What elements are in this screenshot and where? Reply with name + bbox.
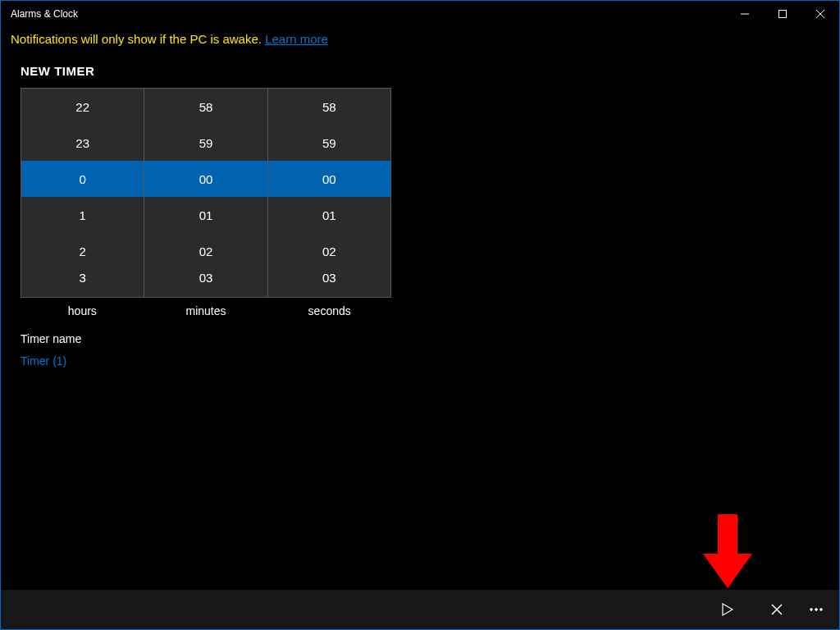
cancel-button[interactable] xyxy=(757,590,797,629)
picker-item[interactable]: 1 xyxy=(21,197,144,233)
maximize-button[interactable] xyxy=(764,1,801,27)
picker-item[interactable]: 59 xyxy=(144,125,267,161)
time-picker[interactable]: 22 23 0 1 2 3 58 59 00 01 02 03 58 59 00… xyxy=(21,88,391,298)
window-title: Alarms & Clock xyxy=(11,8,78,20)
picker-item-selected[interactable]: 00 xyxy=(144,161,267,197)
play-icon xyxy=(722,603,733,616)
window-controls xyxy=(726,1,839,27)
close-icon xyxy=(816,10,824,18)
picker-item[interactable]: 22 xyxy=(21,89,144,125)
picker-item-selected[interactable]: 00 xyxy=(268,161,390,197)
picker-item[interactable]: 02 xyxy=(268,233,390,269)
svg-point-8 xyxy=(815,609,818,611)
picker-item[interactable]: 58 xyxy=(268,89,390,125)
timer-name-group: Timer name xyxy=(21,332,819,368)
notification-text: Notifications will only show if the PC i… xyxy=(11,32,265,46)
seconds-label: seconds xyxy=(267,304,391,317)
hours-label: hours xyxy=(21,304,144,317)
notification-bar: Notifications will only show if the PC i… xyxy=(1,27,839,54)
annotation-arrow-icon xyxy=(703,514,752,588)
section-title: NEW TIMER xyxy=(21,64,819,78)
maximize-icon xyxy=(778,10,787,18)
svg-point-9 xyxy=(820,609,823,611)
more-icon xyxy=(810,608,823,611)
minimize-icon xyxy=(741,10,749,18)
timer-name-input[interactable] xyxy=(21,354,267,368)
minutes-column[interactable]: 58 59 00 01 02 03 xyxy=(144,89,267,297)
minutes-label: minutes xyxy=(144,304,268,317)
play-button[interactable] xyxy=(708,590,747,629)
picker-item[interactable]: 03 xyxy=(144,269,267,297)
more-button[interactable] xyxy=(797,590,836,629)
picker-item[interactable]: 3 xyxy=(21,269,144,297)
picker-item[interactable]: 02 xyxy=(144,233,267,269)
svg-point-7 xyxy=(810,609,813,611)
timer-name-label: Timer name xyxy=(21,332,819,345)
titlebar: Alarms & Clock xyxy=(1,1,839,27)
svg-marker-10 xyxy=(703,514,752,588)
svg-marker-4 xyxy=(723,604,733,615)
main-content: NEW TIMER 22 23 0 1 2 3 58 59 00 01 02 0… xyxy=(1,54,839,378)
picker-item[interactable]: 2 xyxy=(21,233,144,269)
picker-item[interactable]: 23 xyxy=(21,125,144,161)
close-button[interactable] xyxy=(801,1,839,27)
picker-item-selected[interactable]: 0 xyxy=(21,161,144,197)
picker-item[interactable]: 01 xyxy=(268,197,390,233)
minimize-button[interactable] xyxy=(726,1,764,27)
picker-item[interactable]: 59 xyxy=(268,125,390,161)
picker-labels: hours minutes seconds xyxy=(21,304,391,317)
picker-item[interactable]: 01 xyxy=(144,197,267,233)
close-icon xyxy=(771,604,783,615)
notification-link[interactable]: Learn more xyxy=(265,32,328,46)
picker-item[interactable]: 58 xyxy=(144,89,267,125)
svg-rect-1 xyxy=(779,11,787,18)
picker-item[interactable]: 03 xyxy=(268,269,390,297)
bottom-bar xyxy=(1,590,839,629)
seconds-column[interactable]: 58 59 00 01 02 03 xyxy=(268,89,390,297)
hours-column[interactable]: 22 23 0 1 2 3 xyxy=(21,89,144,297)
